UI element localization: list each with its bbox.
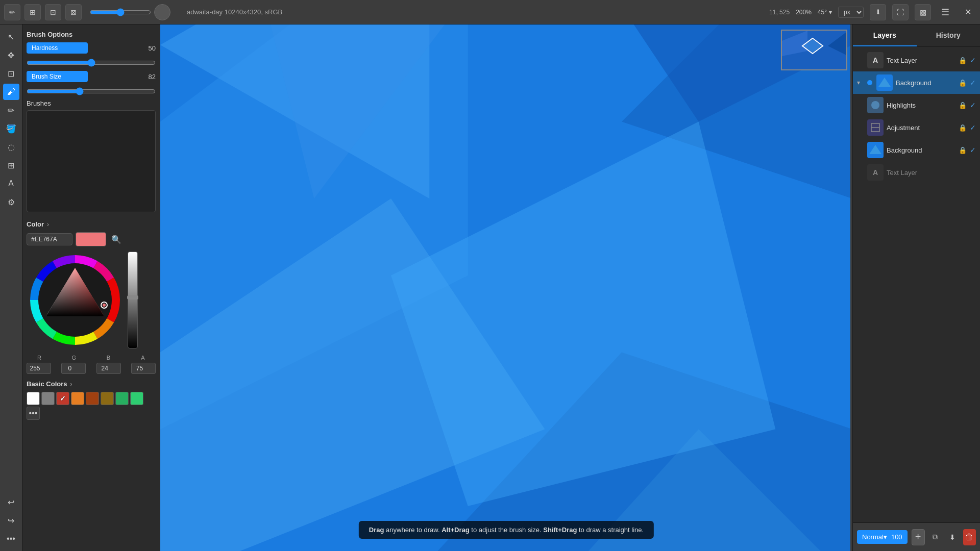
- transform-btn[interactable]: ⊠: [65, 4, 82, 20]
- eyedropper-btn[interactable]: 🔍: [109, 232, 124, 246]
- color-swatch[interactable]: [76, 232, 106, 246]
- brushes-area[interactable]: [27, 110, 156, 212]
- topbar-circle-btn[interactable]: [154, 4, 170, 20]
- duplicate-layer-btn[interactable]: ⧉: [929, 529, 942, 545]
- more-btn[interactable]: ☰: [937, 4, 953, 20]
- b-label: B: [95, 355, 121, 361]
- close-btn[interactable]: ✕: [960, 4, 976, 20]
- history-tab[interactable]: History: [917, 24, 981, 46]
- rotation-level: 45° ▾: [818, 9, 832, 16]
- hint-drag: Drag: [369, 526, 384, 534]
- color-wheel[interactable]: [27, 252, 124, 348]
- crop-tool-btn[interactable]: ⊡: [3, 65, 19, 82]
- unit-select[interactable]: px % cm: [838, 7, 864, 18]
- rgba-values: 255 0 24 75: [27, 363, 156, 374]
- swatch-red[interactable]: [56, 392, 69, 405]
- undo-btn[interactable]: ↩: [3, 494, 19, 510]
- layer-item-highlights[interactable]: Highlights 🔒 ✓: [853, 94, 980, 116]
- hardness-value: 50: [140, 44, 156, 52]
- vis-icon-bg2: ✓: [970, 146, 976, 154]
- stamp-tool-btn[interactable]: ⊞: [3, 157, 19, 173]
- hardness-btn[interactable]: Hardness: [27, 42, 88, 54]
- brush-size-btn[interactable]: Brush Size: [27, 71, 88, 82]
- r-input[interactable]: 255: [27, 363, 51, 374]
- layers-list: A Text Layer 🔒 ✓ ▾ Background 🔒 ✓: [853, 47, 980, 522]
- left-panel: Brush Options Hardness 50 Brush Size 82 …: [22, 24, 160, 551]
- opacity-value: 100: [891, 533, 902, 541]
- color-header: Color ›: [27, 220, 156, 228]
- g-input[interactable]: 0: [61, 363, 86, 374]
- pencil-tool-btn[interactable]: ✏: [3, 102, 19, 118]
- transform-tool-btn[interactable]: ⚙: [3, 194, 19, 210]
- swatch-gray[interactable]: [41, 392, 55, 405]
- smudge-tool-btn[interactable]: ◌: [3, 139, 19, 155]
- blend-mode-label: Normal: [862, 533, 884, 541]
- b-input[interactable]: 24: [96, 363, 121, 374]
- layer-item-background-active[interactable]: ▾ Background 🔒 ✓: [853, 71, 980, 94]
- swatch-orange[interactable]: [71, 392, 84, 405]
- swatch-white[interactable]: [27, 392, 40, 405]
- more-tools-btn[interactable]: •••: [3, 531, 19, 547]
- layers-tab[interactable]: Layers: [853, 24, 917, 46]
- highlights-icon: [867, 97, 884, 113]
- layer-name-bg: Background: [896, 79, 955, 87]
- svg-point-23: [871, 101, 879, 109]
- swatch-brown[interactable]: [86, 392, 99, 405]
- select-tool-btn[interactable]: ↖: [3, 29, 19, 45]
- brush-size-value: 82: [140, 73, 156, 81]
- brush-size-slider[interactable]: [27, 87, 156, 95]
- fill-tool-btn[interactable]: 🪣: [3, 120, 19, 137]
- add-layer-btn[interactable]: +: [912, 529, 925, 545]
- hex-input[interactable]: #EE767A: [27, 233, 72, 245]
- hardness-slider[interactable]: [27, 59, 156, 67]
- adjustment-icon: [867, 119, 884, 136]
- redo-btn[interactable]: ↪: [3, 512, 19, 529]
- brush-tool-btn[interactable]: 🖌: [3, 84, 19, 100]
- brush-size-row: Brush Size 82: [27, 71, 156, 82]
- download-btn[interactable]: ⬇: [870, 4, 886, 20]
- layer-item-adjustment[interactable]: Adjustment 🔒 ✓: [853, 116, 980, 139]
- move-layer-btn[interactable]: ⬇: [946, 529, 959, 545]
- topbar-slider[interactable]: [90, 8, 151, 16]
- brightness-bar[interactable]: [128, 252, 138, 348]
- basic-colors-grid: •••: [27, 392, 156, 420]
- bg2-layer-icon: [867, 142, 884, 158]
- blend-mode-btn[interactable]: Normal ▾ 100: [857, 530, 908, 544]
- swatch-olive[interactable]: [101, 392, 114, 405]
- crop-btn[interactable]: ⊡: [45, 4, 61, 20]
- svg-point-6: [103, 304, 106, 307]
- layer-item-text-top[interactable]: A Text Layer 🔒 ✓: [853, 49, 980, 71]
- layer-item-text-bottom[interactable]: A Text Layer: [853, 161, 980, 184]
- layers-history-tabs: Layers History: [853, 24, 980, 47]
- left-toolbar: ↖ ✥ ⊡ 🖌 ✏ 🪣 ◌ ⊞ A ⚙ ↩ ↪ •••: [0, 24, 22, 551]
- canvas-area[interactable]: Drag anywhere to draw. Alt+Drag to adjus…: [160, 24, 852, 551]
- layer-item-background-2[interactable]: Background 🔒 ✓: [853, 139, 980, 161]
- layer-name-highlights: Highlights: [887, 102, 955, 109]
- grid-btn[interactable]: ⊞: [24, 4, 41, 20]
- lock-icon-adjustment: 🔒: [959, 124, 967, 132]
- layer-name-text-bottom: Text Layer: [887, 169, 976, 177]
- swatch-green[interactable]: [115, 392, 129, 405]
- panel-btn[interactable]: ▩: [915, 4, 931, 20]
- a-input[interactable]: 75: [131, 363, 156, 374]
- color-input-row: #EE767A 🔍: [27, 232, 156, 246]
- swatch-light-green[interactable]: [130, 392, 143, 405]
- color-arrow-icon: ›: [47, 221, 49, 228]
- lock-icon-bg2: 🔒: [959, 146, 967, 154]
- hint-shift-drag: Shift+Drag: [543, 526, 577, 534]
- more-colors-btn[interactable]: •••: [27, 407, 40, 420]
- zoom-level: 200%: [796, 9, 812, 16]
- layers-bottom-bar: Normal ▾ 100 + ⧉ ⬇ 🗑: [853, 522, 980, 551]
- brushes-label: Brushes: [27, 99, 156, 107]
- layer-name-adjustment: Adjustment: [887, 124, 955, 132]
- fullscreen-btn[interactable]: ⛶: [892, 4, 909, 20]
- coordinates: 11, 525: [769, 9, 790, 16]
- move-tool-btn[interactable]: ✥: [3, 47, 19, 63]
- brush-icon-btn[interactable]: ✏: [4, 4, 20, 20]
- layer-dot-bg: [867, 80, 872, 85]
- blend-mode-arrow: ▾: [884, 533, 887, 541]
- canvas-thumbnail: [781, 30, 847, 70]
- delete-layer-btn[interactable]: 🗑: [963, 529, 976, 545]
- brightness-handle[interactable]: [127, 295, 138, 299]
- text-tool-btn[interactable]: A: [3, 176, 19, 192]
